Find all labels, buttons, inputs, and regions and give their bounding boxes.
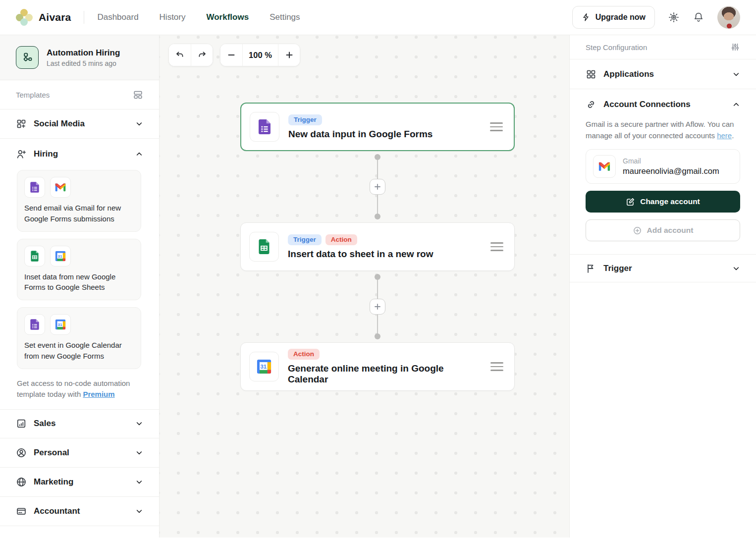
google-forms-icon [24,314,45,335]
node-drag-handle-icon[interactable] [490,122,503,131]
plus-icon [374,183,381,191]
connector-dot [375,333,380,339]
plus-circle-icon [633,226,642,235]
google-sheets-icon [249,232,279,262]
connector-line [377,280,378,299]
chevron-down-icon [135,420,143,428]
google-calendar-icon: 31 [50,314,71,335]
connector-dot [375,274,380,280]
section-label: Applications [603,69,725,79]
nav-settings[interactable]: Settings [270,12,300,22]
divider [84,11,84,24]
add-step-button[interactable] [370,299,385,315]
templates-label: Templates [16,91,50,99]
add-step-button[interactable] [370,179,385,195]
template-title: Inset data from new Google Forms to Goog… [24,271,134,293]
zoom-in-button[interactable] [278,44,300,66]
gmail-icon [50,177,71,198]
change-account-label: Change account [640,197,700,206]
node-connector [370,274,385,339]
node-drag-handle-icon[interactable] [490,362,503,371]
plus-icon [285,51,294,59]
template-card[interactable]: Send email via Gmail for new Google Form… [17,170,141,232]
section-account-connections[interactable]: Account Connections [570,89,756,120]
nav-dashboard[interactable]: Dashboard [97,12,138,22]
nav-history[interactable]: History [160,12,186,22]
user-avatar[interactable] [717,6,740,29]
sliders-icon[interactable] [730,42,740,52]
change-account-button[interactable]: Change account [586,191,740,213]
person-circle-icon [16,447,27,458]
link-icon [586,99,596,110]
premium-link[interactable]: Premium [83,390,114,398]
sidebar-item-marketing[interactable]: Marketing [0,468,159,497]
google-forms-icon [250,112,279,142]
svg-text:31: 31 [58,323,63,327]
templates-layout-icon[interactable] [133,90,143,100]
add-account-button[interactable]: Add account [586,219,740,241]
account-email: maureenolivia@gmail.com [623,166,719,176]
templates-header-row: Templates [0,80,159,109]
sidebar-item-social-media[interactable]: Social Media [0,109,159,139]
chevron-down-icon [732,70,740,78]
svg-text:31: 31 [58,254,63,258]
chevron-down-icon [135,120,143,128]
workflow-node[interactable]: Trigger Action Insert data to sheet in a… [240,222,515,271]
chevron-down-icon [135,449,143,457]
badge-action: Action [288,349,320,360]
template-card[interactable]: 31 Set event in Google Calendar from new… [17,307,141,369]
template-card[interactable]: 31 Inset data from new Google Forms to G… [17,239,141,301]
undo-button[interactable] [169,44,191,66]
node-title: Generate online meeting in Google Calend… [288,363,482,385]
badge-action: Action [325,234,357,245]
google-sheets-icon [24,246,45,267]
templates-sidebar: Automation Hiring Last edited 5 mins ago… [0,35,160,538]
sidebar-item-label: Accountant [34,506,128,516]
workflow-node[interactable]: 31 Action Generate online meeting in Goo… [240,342,515,391]
chevron-up-icon [135,150,143,158]
sidebar-item-hiring[interactable]: Hiring [0,139,159,169]
sidebar-item-label: Hiring [34,149,128,159]
connector-line [377,195,378,214]
node-connector [370,154,385,219]
svg-text:31: 31 [261,364,267,370]
add-account-label: Add account [647,226,694,235]
plus-icon [374,303,381,311]
canvas-toolbar: 100 % [168,44,300,66]
account-connections-description: Gmail is a secure partner with Aflow. Yo… [586,119,740,141]
template-title: Set event in Google Calendar from new Go… [24,340,134,362]
settings-gear-icon[interactable] [668,11,680,23]
upgrade-now-label: Upgrade now [595,13,646,22]
connector-dot [375,214,380,219]
chevron-down-icon [732,265,740,272]
sidebar-item-personal[interactable]: Personal [0,438,159,468]
zoom-out-button[interactable] [220,44,242,66]
premium-upsell-note: Get access to no-code automation templat… [0,376,159,400]
sidebar-item-sales[interactable]: Sales [0,409,159,438]
node-drag-handle-icon[interactable] [490,242,503,251]
connected-account-card[interactable]: Gmail maureenolivia@gmail.com [586,149,740,184]
chevron-down-icon [135,507,143,515]
workflow-canvas[interactable]: 100 % Trigger New data input in Google F… [160,35,569,538]
notifications-bell-icon[interactable] [693,11,704,23]
apps-plus-icon [16,118,27,129]
brand[interactable]: Aivara [16,9,71,26]
gmail-icon [593,155,616,178]
workflow-node[interactable]: Trigger New data input in Google Forms [240,103,515,151]
upgrade-now-button[interactable]: Upgrade now [572,6,655,29]
main-nav: Dashboard History Workflows Settings [97,12,300,22]
nav-workflows[interactable]: Workflows [207,12,249,22]
sidebar-item-accountant[interactable]: Accountant [0,497,159,526]
section-trigger[interactable]: Trigger [570,255,756,282]
section-applications[interactable]: Applications [570,59,756,89]
chevron-up-icon [732,101,740,108]
current-workflow-header[interactable]: Automation Hiring Last edited 5 mins ago [0,35,159,80]
google-calendar-icon: 31 [249,352,279,381]
bar-chart-icon [16,418,27,429]
sidebar-item-label: Personal [34,448,128,458]
chevron-down-icon [135,478,143,486]
here-link[interactable]: here [717,131,732,140]
redo-button[interactable] [191,44,213,66]
connector-line [377,315,378,333]
connector-line [377,160,378,179]
